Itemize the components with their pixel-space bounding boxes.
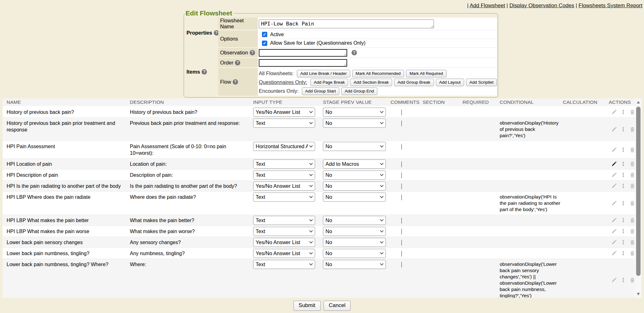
comments-checkbox[interactable] [401, 194, 402, 200]
add-line-break-header-button[interactable]: Add Line Break / Header [297, 70, 350, 77]
delete-trash-icon[interactable] [630, 161, 635, 167]
stage-prev-value-select[interactable]: No [323, 227, 386, 236]
comments-checkbox[interactable] [401, 240, 402, 246]
input-type-select[interactable]: Yes/No Answer List [253, 249, 315, 258]
edit-pencil-icon[interactable] [611, 277, 617, 283]
observation-input[interactable] [259, 49, 347, 57]
move-row-icon[interactable] [620, 126, 626, 132]
input-type-select[interactable]: Text [253, 227, 315, 236]
move-row-icon[interactable] [620, 239, 626, 245]
stage-prev-value-select[interactable]: No [323, 249, 386, 258]
order-input[interactable] [259, 59, 347, 67]
move-row-icon[interactable] [620, 200, 626, 206]
scroll-up-arrow-icon[interactable] [637, 101, 640, 103]
comments-checkbox[interactable] [401, 229, 402, 235]
delete-trash-icon[interactable] [630, 172, 635, 178]
stage-prev-value-select[interactable]: Add to Macros [323, 159, 386, 169]
submit-button[interactable]: Submit [293, 301, 321, 311]
stage-prev-value-select[interactable]: No [323, 142, 386, 151]
move-row-icon[interactable] [620, 161, 626, 167]
display-observation-codes-link[interactable]: Display Observation Codes [509, 3, 574, 8]
edit-pencil-icon[interactable] [611, 239, 617, 245]
comments-checkbox[interactable] [401, 183, 402, 189]
delete-trash-icon[interactable] [630, 250, 635, 256]
move-row-icon[interactable] [620, 250, 626, 256]
edit-pencil-icon[interactable] [611, 217, 617, 223]
move-row-icon[interactable] [620, 147, 626, 153]
flowsheet-name-input[interactable]: HPI-Low Back Pain [259, 20, 434, 28]
comments-checkbox[interactable] [401, 120, 402, 126]
delete-trash-icon[interactable] [630, 183, 635, 189]
comments-checkbox[interactable] [401, 172, 402, 178]
comments-checkbox[interactable] [401, 251, 402, 257]
edit-pencil-icon[interactable] [611, 183, 617, 189]
delete-trash-icon[interactable] [630, 126, 635, 132]
input-type-select[interactable]: Yes/No Answer List [253, 238, 315, 247]
edit-pencil-icon[interactable] [611, 147, 617, 153]
add-flowsheet-link[interactable]: Add Flowsheet [470, 3, 505, 8]
stage-prev-value-select[interactable]: No [323, 119, 386, 128]
items-help-icon[interactable] [202, 69, 207, 75]
active-checkbox[interactable] [262, 32, 267, 37]
edit-pencil-icon[interactable] [611, 126, 617, 132]
input-type-select[interactable]: Text [253, 119, 315, 128]
add-group-start-button[interactable]: Add Group Start [302, 87, 340, 95]
add-layout-button[interactable]: Add Layout [436, 79, 464, 86]
move-row-icon[interactable] [620, 217, 626, 223]
move-row-icon[interactable] [620, 109, 626, 115]
stage-prev-value-select[interactable]: No [323, 108, 386, 117]
delete-trash-icon[interactable] [630, 277, 635, 283]
observation-help-icon[interactable] [250, 50, 255, 55]
delete-trash-icon[interactable] [630, 109, 635, 115]
move-row-icon[interactable] [620, 183, 626, 189]
add-scriptlet-button[interactable]: Add Scriptlet [466, 79, 497, 86]
input-type-select[interactable]: Text [253, 159, 315, 169]
delete-trash-icon[interactable] [630, 217, 635, 223]
allow-save-for-later-questionnaires-only-checkbox[interactable] [262, 41, 267, 46]
edit-pencil-icon[interactable] [611, 228, 617, 234]
mark-all-required-button[interactable]: Mark All Required [406, 70, 447, 77]
cancel-button[interactable]: Cancel [324, 301, 351, 311]
flow-help-icon[interactable] [233, 79, 238, 85]
input-type-select[interactable]: Text [253, 260, 315, 269]
order-help-icon[interactable] [235, 60, 240, 65]
observation-field-help-icon[interactable] [352, 50, 357, 55]
stage-prev-value-select[interactable]: No [323, 182, 386, 191]
add-group-break-button[interactable]: Add Group Break [394, 79, 434, 86]
add-group-end-button[interactable]: Add Group End [341, 87, 377, 95]
delete-trash-icon[interactable] [630, 147, 635, 153]
add-page-break-button[interactable]: Add Page Break [310, 79, 348, 86]
move-row-icon[interactable] [620, 228, 626, 234]
edit-pencil-icon[interactable] [611, 109, 617, 115]
stage-prev-value-select[interactable]: No [323, 170, 386, 180]
comments-checkbox[interactable] [401, 144, 402, 150]
stage-prev-value-select[interactable]: No [323, 193, 386, 202]
input-type-select[interactable]: Yes/No Answer List [253, 182, 315, 191]
comments-checkbox[interactable] [401, 262, 402, 268]
input-type-select[interactable]: Horizontal Structured Ans [253, 142, 315, 151]
input-type-select[interactable]: Yes/No Answer List [253, 108, 315, 117]
scroll-down-arrow-icon[interactable] [637, 293, 640, 295]
delete-trash-icon[interactable] [630, 239, 635, 245]
stage-prev-value-select[interactable]: No [323, 216, 386, 225]
flowsheets-system-report-link[interactable]: Flowsheets System Report [579, 3, 642, 8]
input-type-select[interactable]: Text [253, 216, 315, 225]
comments-checkbox[interactable] [401, 218, 402, 224]
stage-prev-value-select[interactable]: No [323, 238, 386, 247]
delete-trash-icon[interactable] [630, 228, 635, 234]
move-row-icon[interactable] [620, 172, 626, 178]
edit-pencil-icon[interactable] [611, 161, 617, 167]
mark-all-recommended-button[interactable]: Mark All Recommended [352, 70, 404, 77]
edit-pencil-icon[interactable] [611, 200, 617, 206]
scrollbar-thumb[interactable] [636, 107, 641, 276]
input-type-select[interactable]: Text [253, 170, 315, 180]
add-section-break-button[interactable]: Add Section Break [350, 79, 392, 86]
comments-checkbox[interactable] [401, 109, 402, 115]
edit-pencil-icon[interactable] [611, 172, 617, 178]
delete-trash-icon[interactable] [630, 200, 635, 206]
move-row-icon[interactable] [620, 277, 626, 283]
stage-prev-value-select[interactable]: No [323, 260, 386, 269]
input-type-select[interactable]: Text [253, 193, 315, 202]
table-scrollbar[interactable] [635, 98, 641, 298]
edit-pencil-icon[interactable] [611, 250, 617, 256]
